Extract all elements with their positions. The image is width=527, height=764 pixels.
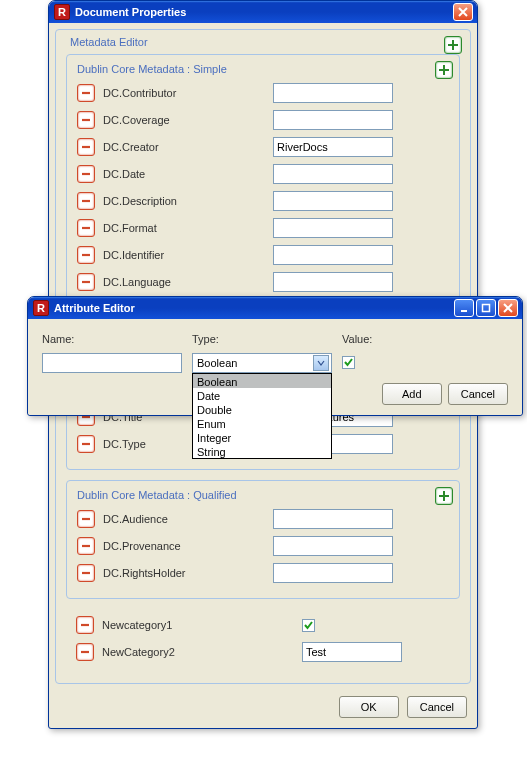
remove-button[interactable] — [77, 510, 95, 528]
field-input[interactable] — [273, 272, 393, 292]
name-input[interactable] — [42, 353, 182, 373]
remove-button[interactable] — [77, 219, 95, 237]
type-label: Type: — [192, 333, 332, 345]
minus-icon — [79, 646, 91, 658]
field-input[interactable] — [273, 110, 393, 130]
dropdown-option[interactable]: Double — [193, 402, 331, 416]
maximize-icon — [481, 303, 491, 313]
minus-icon — [80, 195, 92, 207]
field-row: Newcategory1 — [76, 613, 450, 637]
minus-icon — [80, 222, 92, 234]
button-label: Cancel — [420, 701, 454, 713]
minus-icon — [80, 438, 92, 450]
field-label: DC.Date — [103, 168, 273, 180]
field-label: Newcategory1 — [102, 619, 302, 631]
minus-icon — [80, 276, 92, 288]
field-row: DC.Language — [77, 270, 449, 294]
field-input[interactable] — [273, 137, 393, 157]
close-button[interactable] — [453, 3, 473, 21]
chevron-down-icon — [313, 355, 329, 371]
field-label: DC.Description — [103, 195, 273, 207]
minimize-button[interactable] — [454, 299, 474, 317]
add-simple-button[interactable] — [435, 61, 453, 79]
field-label: DC.Format — [103, 222, 273, 234]
check-icon — [343, 357, 354, 368]
field-row: DC.Audience — [77, 507, 449, 531]
field-label: DC.RightsHolder — [103, 567, 273, 579]
minus-icon — [80, 540, 92, 552]
minimize-icon — [459, 303, 469, 313]
field-input[interactable] — [273, 191, 393, 211]
dropdown-option[interactable]: String — [193, 444, 331, 458]
app-icon: R — [54, 4, 70, 20]
field-input[interactable] — [273, 509, 393, 529]
remove-button[interactable] — [76, 643, 94, 661]
minus-icon — [80, 141, 92, 153]
add-button[interactable]: Add — [382, 383, 442, 405]
dropdown-option[interactable]: Boolean — [193, 374, 331, 388]
cancel-button[interactable]: Cancel — [407, 696, 467, 718]
value-label: Value: — [342, 333, 372, 345]
plus-icon — [438, 64, 450, 76]
remove-button[interactable] — [77, 192, 95, 210]
remove-button[interactable] — [77, 84, 95, 102]
minus-icon — [80, 114, 92, 126]
field-row: DC.Contributor — [77, 81, 449, 105]
value-checkbox[interactable] — [342, 356, 355, 369]
titlebar[interactable]: R Attribute Editor — [28, 297, 522, 319]
field-label: DC.Audience — [103, 513, 273, 525]
field-row: DC.Description — [77, 189, 449, 213]
maximize-button[interactable] — [476, 299, 496, 317]
type-dropdown: Boolean Date Double Enum Integer String — [192, 373, 332, 459]
window-title: Attribute Editor — [54, 302, 135, 314]
field-label: DC.Identifier — [103, 249, 273, 261]
field-label: DC.Coverage — [103, 114, 273, 126]
field-input[interactable] — [273, 164, 393, 184]
type-select[interactable]: Boolean Boolean Date Double Enum Integer… — [192, 353, 332, 373]
dropdown-option[interactable]: Integer — [193, 430, 331, 444]
button-label: Add — [402, 388, 422, 400]
remove-button[interactable] — [77, 111, 95, 129]
type-selected: Boolean — [197, 357, 237, 369]
dublin-core-qualified-section: Dublin Core Metadata : Qualified DC.Audi… — [66, 480, 460, 599]
close-icon — [458, 7, 468, 17]
titlebar[interactable]: R Document Properties — [49, 1, 477, 23]
close-icon — [503, 303, 513, 313]
svg-rect-0 — [483, 305, 490, 312]
field-label: DC.Creator — [103, 141, 273, 153]
ok-button[interactable]: OK — [339, 696, 399, 718]
add-qualified-button[interactable] — [435, 487, 453, 505]
checkbox[interactable] — [302, 619, 315, 632]
remove-button[interactable] — [77, 165, 95, 183]
field-row: NewCategory2 — [76, 640, 450, 664]
remove-button[interactable] — [77, 537, 95, 555]
field-input[interactable] — [273, 536, 393, 556]
remove-button[interactable] — [77, 138, 95, 156]
close-button[interactable] — [498, 299, 518, 317]
remove-button[interactable] — [77, 246, 95, 264]
dialog-buttons: OK Cancel — [49, 690, 477, 728]
dropdown-option[interactable]: Date — [193, 388, 331, 402]
field-label: NewCategory2 — [102, 646, 302, 658]
field-row: DC.Coverage — [77, 108, 449, 132]
field-row: DC.Date — [77, 162, 449, 186]
field-input[interactable] — [273, 563, 393, 583]
minus-icon — [80, 249, 92, 261]
minus-icon — [80, 567, 92, 579]
field-row: DC.Identifier — [77, 243, 449, 267]
field-label: DC.Provenance — [103, 540, 273, 552]
remove-button[interactable] — [77, 273, 95, 291]
add-category-button[interactable] — [444, 36, 462, 54]
field-label: DC.Contributor — [103, 87, 273, 99]
field-input[interactable] — [273, 245, 393, 265]
remove-button[interactable] — [77, 564, 95, 582]
remove-button[interactable] — [77, 435, 95, 453]
cancel-button[interactable]: Cancel — [448, 383, 508, 405]
field-input[interactable] — [273, 83, 393, 103]
field-input[interactable] — [302, 642, 402, 662]
dropdown-option[interactable]: Enum — [193, 416, 331, 430]
remove-button[interactable] — [76, 616, 94, 634]
field-input[interactable] — [273, 218, 393, 238]
window-title: Document Properties — [75, 6, 186, 18]
section-title-simple: Dublin Core Metadata : Simple — [77, 63, 449, 75]
